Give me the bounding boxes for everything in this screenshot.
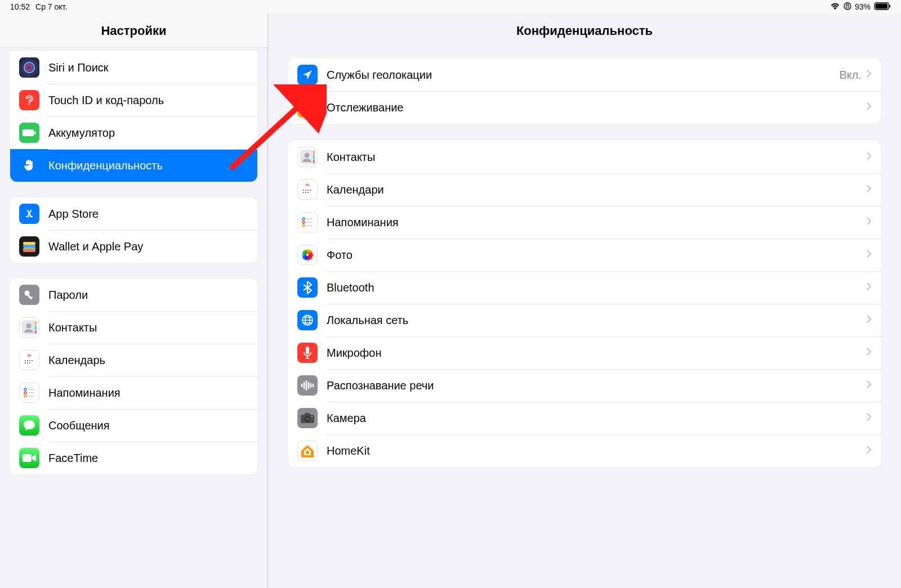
svg-text:ПН: ПН (305, 183, 310, 187)
svg-rect-7 (34, 131, 36, 134)
main-item-микрофон[interactable]: Микрофон (288, 336, 881, 369)
svg-rect-3 (889, 5, 890, 7)
svg-rect-73 (306, 347, 309, 354)
sidebar-item-конфиденциальность[interactable]: Конфиденциальность (10, 149, 257, 182)
status-right: 93% (830, 2, 891, 12)
chevron-right-icon (866, 184, 872, 195)
battery-percent: 93% (855, 2, 871, 11)
sidebar-item-wallet-и-apple-pay[interactable]: Wallet и Apple Pay (10, 230, 257, 263)
sidebar-group: App StoreWallet и Apple Pay (10, 198, 257, 263)
svg-point-26 (32, 360, 33, 361)
svg-point-27 (25, 362, 26, 363)
sidebar-title: Настройки (0, 14, 267, 48)
key-icon (19, 285, 39, 305)
svg-rect-9 (23, 245, 35, 248)
sidebar-item-label: FaceTime (48, 452, 248, 465)
sidebar-item-touch-id-и-код-пароль[interactable]: Touch ID и код-пароль (10, 84, 257, 116)
sidebar-item-аккумулятор[interactable]: Аккумулятор (10, 116, 257, 149)
battery-icon (874, 2, 891, 12)
sidebar-item-календарь[interactable]: ПНКалендарь (10, 344, 257, 376)
main-item-value: Вкл. (839, 69, 862, 82)
chevron-right-icon (866, 217, 872, 228)
sidebar-item-label: Touch ID и код-пароль (48, 94, 248, 107)
svg-rect-40 (313, 151, 315, 155)
main-group: Службы геолокацииВкл.Отслеживание (288, 59, 881, 124)
sidebar-item-label: Аккумулятор (48, 127, 248, 140)
calendar-icon: ПН (297, 179, 318, 200)
location-icon (297, 65, 318, 85)
reminders-icon (297, 212, 318, 232)
main-item-службы-геолокации[interactable]: Службы геолокацииВкл. (288, 59, 881, 91)
sidebar-group: ПаролиКонтактыПНКалендарьНапоминанияСооб… (10, 279, 257, 474)
main-item-label: Контакты (327, 151, 866, 164)
chevron-right-icon (866, 315, 872, 326)
sidebar-item-пароли[interactable]: Пароли (10, 279, 257, 311)
main-title: Конфиденциальность (268, 14, 901, 47)
sidebar-item-label: Контакты (48, 321, 248, 334)
sidebar-item-label: Календарь (48, 354, 248, 367)
tracking-icon (297, 97, 318, 118)
chevron-right-icon (866, 347, 872, 358)
main-item-календари[interactable]: ПНКалендари (288, 173, 881, 206)
main-item-контакты[interactable]: Контакты (288, 141, 881, 173)
svg-rect-37 (23, 454, 32, 462)
svg-rect-18 (35, 326, 37, 330)
svg-point-50 (303, 192, 304, 193)
appstore-icon (19, 204, 39, 224)
status-time: 10:52 (10, 2, 30, 11)
siri-icon (19, 57, 39, 78)
sidebar-item-label: Сообщения (48, 419, 248, 432)
main-item-камера[interactable]: Камера (288, 402, 881, 434)
svg-rect-19 (35, 330, 37, 334)
hand-icon (19, 155, 39, 176)
sidebar-item-label: Конфиденциальность (48, 159, 248, 172)
sidebar-item-label: Wallet и Apple Pay (48, 240, 248, 253)
reminders-icon (19, 383, 39, 403)
photos-icon (297, 245, 318, 265)
svg-text:ПН: ПН (27, 354, 32, 357)
svg-rect-2 (876, 3, 888, 8)
svg-point-24 (27, 360, 28, 361)
svg-point-39 (305, 153, 310, 158)
main-item-фото[interactable]: Фото (288, 239, 881, 271)
sidebar-item-app-store[interactable]: App Store (10, 198, 257, 230)
chevron-right-icon (866, 445, 872, 456)
main-item-label: Службы геолокации (327, 69, 839, 82)
main-item-homekit[interactable]: HomeKit (288, 434, 881, 467)
svg-rect-42 (313, 160, 315, 163)
main-pane: Конфиденциальность Службы геолокацииВкл.… (268, 14, 901, 588)
chevron-right-icon (866, 412, 872, 424)
sidebar-item-контакты[interactable]: Контакты (10, 311, 257, 344)
main-item-label: Локальная сеть (327, 314, 866, 327)
main-item-label: Bluetooth (327, 281, 866, 294)
svg-point-28 (27, 362, 28, 363)
sidebar-item-label: Напоминания (48, 387, 248, 400)
microphone-icon (297, 343, 318, 363)
sidebar-item-siri-и-поиск[interactable]: Siri и Поиск (10, 51, 257, 84)
battery-icon (19, 123, 39, 143)
main-item-отслеживание[interactable]: Отслеживание (288, 91, 881, 124)
svg-point-52 (307, 192, 309, 193)
svg-point-16 (26, 324, 32, 329)
main-item-локальная-сеть[interactable]: Локальная сеть (288, 304, 881, 336)
main-item-напоминания[interactable]: Напоминания (288, 206, 881, 239)
main-item-label: Распознавание речи (327, 379, 866, 392)
sidebar-item-facetime[interactable]: FaceTime (10, 442, 257, 474)
main-item-bluetooth[interactable]: Bluetooth (288, 271, 881, 304)
main-item-label: Календари (327, 183, 866, 196)
rotation-lock-icon (844, 2, 851, 12)
fingerprint-icon (19, 90, 39, 110)
svg-point-86 (311, 416, 313, 417)
svg-point-4 (24, 62, 34, 73)
speech-icon (297, 375, 318, 396)
svg-point-67 (303, 250, 308, 255)
sidebar-item-напоминания[interactable]: Напоминания (10, 376, 257, 409)
sidebar: Настройки Siri и ПоискTouch ID и код-пар… (0, 14, 268, 588)
chevron-right-icon (866, 151, 872, 163)
sidebar-item-сообщения[interactable]: Сообщения (10, 409, 257, 442)
svg-point-46 (303, 190, 304, 191)
main-item-распознавание-речи[interactable]: Распознавание речи (288, 369, 881, 402)
main-item-label: Напоминания (327, 216, 866, 229)
svg-rect-11 (23, 249, 35, 252)
svg-point-47 (305, 190, 306, 191)
